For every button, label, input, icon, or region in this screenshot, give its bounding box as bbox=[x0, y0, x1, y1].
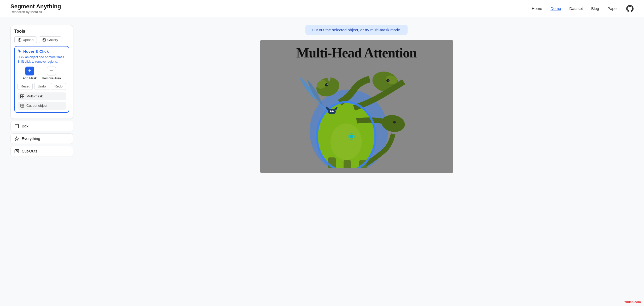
sidebar: Tools Upload Gal bbox=[10, 25, 73, 297]
everything-label: Everything bbox=[22, 136, 40, 141]
hover-click-section: Hover & Click Click an object one or mor… bbox=[14, 46, 69, 113]
svg-point-23 bbox=[386, 79, 390, 82]
main-nav: Home Demo Dataset Blog Paper bbox=[532, 5, 634, 12]
nav-dataset[interactable]: Dataset bbox=[569, 6, 583, 11]
dragon-image: Multi-Head Attention bbox=[260, 40, 453, 173]
cursor-icon bbox=[18, 49, 22, 54]
site-subtitle: Research by Meta AI bbox=[10, 10, 61, 14]
header: Segment Anything Research by Meta AI Hom… bbox=[0, 0, 644, 17]
cutouts-label: Cut-Outs bbox=[22, 149, 37, 153]
cut-out-label: Cut out object bbox=[26, 104, 47, 108]
svg-point-13 bbox=[16, 150, 18, 152]
hint-banner: Cut out the selected object, or try mult… bbox=[305, 25, 408, 35]
hover-click-desc: Click an object one or more times. Shift… bbox=[18, 55, 66, 64]
cutouts-tool[interactable]: Cut-Outs bbox=[10, 146, 73, 156]
mode-options: Multi-mask Cut out object bbox=[18, 92, 66, 110]
svg-rect-12 bbox=[15, 149, 19, 153]
svg-point-27 bbox=[394, 121, 396, 122]
svg-rect-6 bbox=[20, 96, 22, 98]
svg-rect-5 bbox=[22, 95, 24, 96]
multi-mask-icon bbox=[20, 94, 24, 98]
svg-point-31 bbox=[330, 123, 362, 160]
hover-click-header: Hover & Click bbox=[18, 49, 66, 54]
svg-rect-11 bbox=[15, 124, 19, 128]
upload-button[interactable]: Upload bbox=[14, 36, 37, 43]
watermark: Yuucn.com bbox=[624, 300, 641, 304]
svg-point-35 bbox=[332, 110, 334, 112]
image-container[interactable]: Multi-Head Attention bbox=[260, 40, 453, 173]
svg-point-3 bbox=[43, 39, 44, 40]
undo-button[interactable]: Undo bbox=[34, 83, 49, 90]
svg-point-24 bbox=[388, 80, 389, 81]
add-mask-button[interactable]: + Add Mask bbox=[23, 67, 37, 80]
nav-paper[interactable]: Paper bbox=[607, 6, 618, 11]
dragon-svg bbox=[291, 56, 422, 168]
site-title: Segment Anything bbox=[10, 3, 61, 10]
tools-title: Tools bbox=[14, 29, 69, 34]
multi-mask-option[interactable]: Multi-mask bbox=[18, 92, 66, 100]
remove-area-label: Remove Area bbox=[42, 76, 61, 80]
logo: Segment Anything Research by Meta AI bbox=[10, 3, 61, 14]
main-content: Tools Upload Gal bbox=[0, 17, 644, 305]
hover-click-label: Hover & Click bbox=[23, 49, 49, 54]
svg-rect-29 bbox=[344, 160, 351, 168]
remove-area-icon: − bbox=[47, 67, 56, 75]
everything-tool[interactable]: Everything bbox=[10, 133, 73, 144]
svg-point-36 bbox=[350, 135, 353, 138]
cut-out-option[interactable]: Cut out object bbox=[18, 102, 66, 110]
reset-button[interactable]: Reset bbox=[18, 83, 33, 90]
nav-home[interactable]: Home bbox=[532, 6, 542, 11]
mask-controls: + Add Mask − Remove Area bbox=[18, 67, 66, 80]
box-label: Box bbox=[22, 124, 28, 128]
upload-icon bbox=[18, 38, 21, 42]
svg-point-19 bbox=[327, 84, 328, 85]
box-icon bbox=[14, 124, 19, 128]
nav-blog[interactable]: Blog bbox=[591, 6, 599, 11]
gallery-icon bbox=[42, 38, 46, 42]
remove-area-button[interactable]: − Remove Area bbox=[42, 67, 61, 80]
svg-point-34 bbox=[330, 110, 332, 112]
tools-panel: Tools Upload Gal bbox=[10, 25, 73, 119]
cut-out-icon bbox=[20, 104, 24, 108]
svg-rect-7 bbox=[22, 96, 24, 98]
svg-point-18 bbox=[325, 83, 328, 86]
github-icon[interactable] bbox=[626, 5, 634, 12]
multi-mask-label: Multi-mask bbox=[26, 94, 43, 98]
svg-rect-4 bbox=[20, 95, 22, 96]
add-mask-label: Add Mask bbox=[23, 76, 37, 80]
gallery-button[interactable]: Gallery bbox=[39, 36, 61, 43]
add-mask-icon: + bbox=[25, 67, 34, 75]
cutouts-icon bbox=[14, 149, 19, 154]
redo-button[interactable]: Redo bbox=[51, 83, 66, 90]
action-row: Reset Undo Redo bbox=[18, 83, 66, 90]
everything-icon bbox=[14, 136, 19, 141]
content-area: Cut out the selected object, or try mult… bbox=[79, 25, 634, 297]
nav-demo[interactable]: Demo bbox=[550, 6, 561, 11]
upload-gallery-row: Upload Gallery bbox=[14, 36, 69, 43]
box-tool[interactable]: Box bbox=[10, 121, 73, 131]
